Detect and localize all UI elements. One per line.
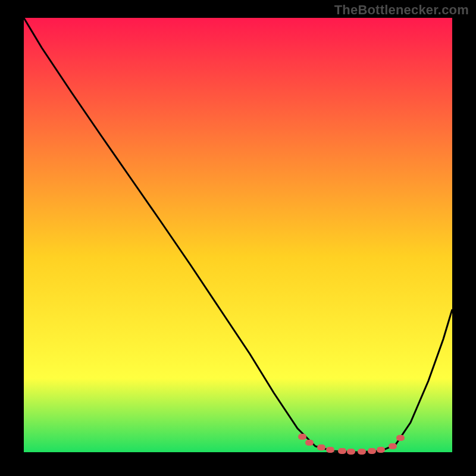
svg-rect-4 xyxy=(338,448,346,454)
svg-rect-2 xyxy=(317,444,325,450)
watermark-text: TheBottlenecker.com xyxy=(334,2,469,18)
svg-rect-9 xyxy=(389,443,397,449)
chart-frame: TheBottlenecker.com xyxy=(0,0,476,476)
svg-rect-6 xyxy=(358,449,366,455)
svg-rect-7 xyxy=(368,448,376,454)
chart-svg xyxy=(0,0,476,476)
svg-rect-10 xyxy=(396,435,405,441)
svg-rect-3 xyxy=(326,447,334,453)
svg-rect-8 xyxy=(377,447,385,453)
svg-rect-1 xyxy=(305,440,314,446)
svg-rect-5 xyxy=(347,449,355,455)
svg-rect-0 xyxy=(298,434,306,440)
plot-area xyxy=(24,18,452,452)
